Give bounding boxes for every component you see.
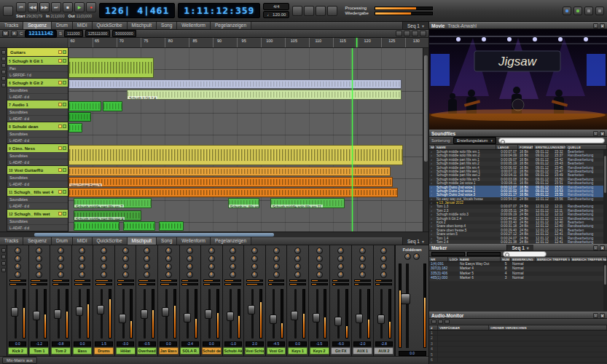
fader-cap[interactable] — [162, 307, 169, 317]
column-header[interactable]: NAME — [458, 257, 501, 261]
track-io-label[interactable]: L-ADAT- d d — [7, 181, 68, 187]
fader-cap[interactable] — [377, 314, 385, 324]
track-io-label[interactable]: L-ADAT- d d — [7, 202, 68, 209]
mixer-tab[interactable]: MIDI — [73, 237, 93, 245]
pan-knob[interactable] — [36, 272, 42, 278]
mixer-tab[interactable]: QuickScribe — [93, 237, 128, 245]
send-level-bar-2[interactable] — [289, 283, 306, 285]
zoom-in-icon[interactable] — [412, 31, 418, 36]
audio-clip[interactable]: Schugh m. fills sm.10 — [228, 198, 260, 208]
track-output-label[interactable]: Pan — [7, 65, 68, 71]
track-output-label[interactable]: Soundbites — [7, 218, 68, 224]
track-header[interactable]: 11 Schugh_ fills wet 4 Soundbites L-ADAT… — [7, 188, 68, 210]
gain-knob[interactable] — [294, 248, 301, 254]
aux1-knob[interactable] — [359, 256, 366, 262]
fader-cap[interactable] — [54, 309, 61, 319]
channel-fader[interactable] — [201, 288, 222, 340]
playhead[interactable] — [356, 38, 357, 47]
panel-menu-icon[interactable] — [593, 245, 598, 250]
audio-clip[interactable]: Voxi Guitar Easy 3 — [68, 177, 393, 187]
panel-close-icon[interactable] — [600, 313, 605, 318]
master-label[interactable]: Folddown — [403, 247, 422, 253]
audio-clip[interactable] — [159, 221, 184, 231]
arrange-tab[interactable]: Pegelanzeigen — [211, 22, 251, 29]
arrange-tab[interactable]: Wellenform — [177, 22, 211, 29]
track-anwahl-tab[interactable]: Track-Anwahl — [447, 23, 477, 28]
time-signature[interactable]: 4/4 — [263, 3, 289, 10]
mute-all-button[interactable]: M — [2, 31, 9, 36]
pan-knob[interactable] — [58, 272, 64, 278]
mixer-tab[interactable]: Mischpult — [128, 237, 157, 245]
aux2-knob[interactable] — [273, 264, 280, 270]
send-level-bar[interactable] — [181, 280, 198, 282]
solo-button[interactable] — [63, 59, 66, 63]
position-display[interactable]: 126| 4|461 — [99, 3, 175, 18]
send-level-bar-2[interactable] — [138, 283, 155, 285]
send-level-bar[interactable] — [311, 280, 328, 282]
column-header[interactable]: ORDNER VERZEICHNIS — [489, 325, 607, 330]
auto-button[interactable]: A — [11, 31, 17, 36]
track-name[interactable]: Voxi GuitarRü — [15, 168, 58, 173]
send-level-bar-2[interactable] — [332, 283, 349, 285]
tool-icon[interactable] — [1, 76, 6, 81]
fader-cap[interactable] — [334, 317, 342, 326]
track-io-label[interactable]: L-SRFDF- f d — [7, 71, 68, 78]
track-name[interactable]: Schubi dean — [12, 124, 58, 129]
aux2-knob[interactable] — [359, 264, 366, 270]
audio-monitor-row[interactable]: 2 — [429, 336, 607, 341]
track-name[interactable]: Gino. Ness — [12, 146, 58, 151]
track-header[interactable]: 12 Schugh_ fills wet Soundbites L-ADAT- … — [7, 210, 68, 232]
channel-label[interactable]: Schubi dean — [202, 347, 222, 355]
send-level-bar[interactable] — [224, 280, 241, 282]
marker-search-input[interactable] — [503, 251, 547, 257]
aux1-knob[interactable] — [36, 256, 42, 262]
tool-icon[interactable] — [1, 83, 6, 87]
arrange-tab[interactable]: QuickScribe — [93, 22, 128, 29]
audio-clip[interactable] — [68, 167, 391, 176]
start-value[interactable]: 29(30)79 — [26, 14, 42, 18]
pan-knob[interactable] — [15, 272, 21, 278]
panel-close-icon[interactable] — [600, 131, 605, 136]
zoom-out-icon[interactable] — [420, 31, 426, 36]
aux1-knob[interactable] — [165, 256, 172, 262]
aux2-knob[interactable] — [187, 264, 193, 270]
panel-menu-icon[interactable] — [593, 313, 598, 318]
track-output-label[interactable]: Soundbites — [7, 87, 68, 93]
mute-button[interactable] — [58, 81, 62, 84]
audio-clip[interactable] — [123, 221, 155, 231]
column-header[interactable]: NR — [429, 257, 448, 261]
track-name[interactable]: Guitars — [10, 50, 58, 55]
channel-fader[interactable] — [309, 288, 330, 340]
channel-label[interactable]: Keys 1 — [288, 347, 308, 355]
audio-clip[interactable] — [103, 101, 122, 111]
gain-knob[interactable] — [187, 248, 193, 254]
pan-knob[interactable] — [359, 272, 366, 278]
cursor-position-display[interactable]: 12111142 — [25, 30, 57, 38]
aux2-knob[interactable] — [15, 264, 21, 270]
gain-knob[interactable] — [58, 248, 64, 254]
track-io-label[interactable]: L-ADAT- d d — [7, 224, 68, 231]
channel-fader[interactable] — [115, 288, 136, 340]
gain-knob[interactable] — [101, 248, 107, 254]
channel-label[interactable]: Kick 2 — [8, 347, 28, 355]
range-end-field[interactable]: 125111000 — [85, 30, 111, 37]
gain-knob[interactable] — [208, 248, 215, 254]
column-header[interactable]: QUELLE — [566, 145, 607, 149]
panel-close-icon[interactable] — [600, 23, 605, 28]
arrange-canvas[interactable]: Schugh lt Git 2.4 — [68, 48, 423, 232]
mixer-tab[interactable]: Song — [157, 237, 177, 245]
track-header[interactable]: 6 Schugh lt Git 2 Soundbites L-ADAT- d d — [7, 79, 68, 100]
pan-knob[interactable] — [79, 272, 85, 278]
channel-label[interactable]: Git FX — [331, 347, 351, 355]
channel-label[interactable]: HiHat — [116, 347, 136, 355]
fader-cap[interactable] — [33, 311, 40, 320]
solo-button[interactable] — [63, 81, 66, 84]
midi-activity-icon[interactable] — [563, 7, 571, 15]
sequence-selector[interactable]: Seq 1 — [402, 237, 428, 245]
aux2-knob[interactable] — [122, 264, 129, 270]
in-value[interactable]: 2(1)000 — [51, 14, 65, 18]
send-level-bar-2[interactable] — [9, 283, 26, 285]
track-output-label[interactable]: Soundbites — [7, 108, 68, 115]
gain-knob[interactable] — [273, 248, 280, 254]
column-header[interactable]: NUM — [501, 257, 511, 261]
